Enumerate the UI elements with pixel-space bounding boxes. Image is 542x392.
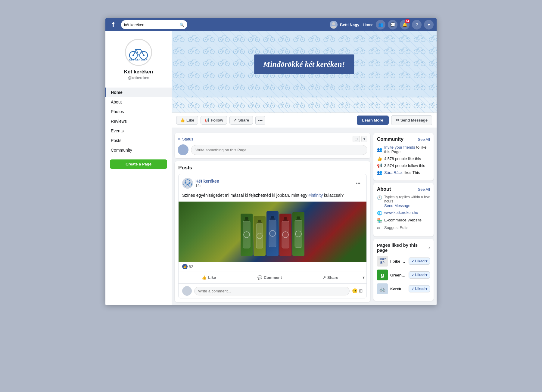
checkmark-icon-3: ✓	[411, 287, 414, 291]
pages-liked-chevron-icon[interactable]: ›	[428, 245, 430, 250]
about-website: 🌐 www.ketkereken.hu	[377, 210, 430, 215]
learn-more-button[interactable]: Learn More	[357, 116, 389, 125]
bottle-5	[292, 212, 304, 256]
send-message-label: Send Message	[400, 118, 428, 122]
liked-page-icon-1: I bikeBP	[377, 256, 388, 267]
status-label: Status	[182, 137, 193, 141]
post-avatar	[182, 178, 193, 189]
like-reaction-icon: 👍	[182, 264, 188, 269]
emoji-button[interactable]: 🙂	[352, 288, 358, 294]
liked-page-name-1[interactable]: I bike Bp	[390, 259, 406, 264]
friends-icon-btn[interactable]: 👥	[376, 20, 385, 29]
liked-button-1[interactable]: ✓ Liked ▾	[409, 258, 430, 265]
liked-label-1: Liked	[415, 259, 425, 263]
search-input[interactable]: két keréken	[124, 23, 178, 27]
liked-button-3[interactable]: ✓ Liked ▾	[409, 285, 430, 292]
website-link[interactable]: www.ketkereken.hu	[384, 210, 418, 215]
post-comment-button[interactable]: 💬 Comment	[239, 273, 300, 282]
right-sidebar: Community See All 👥 Invite your friends …	[373, 133, 434, 302]
liked-page-item-2: g Greendex ✓ Liked ▾	[377, 270, 430, 280]
svg-rect-38	[296, 219, 301, 220]
facebook-navbar: f két keréken 🔍 Betti Nagy Home 👥 💬 🔔 14	[105, 18, 437, 31]
invite-link[interactable]: Invite your friends	[384, 145, 415, 150]
share-button[interactable]: ↗ Share	[229, 116, 253, 125]
sidebar-item-home[interactable]: Home	[105, 88, 172, 97]
post-action-dropdown[interactable]: ▾	[361, 273, 366, 282]
svg-rect-39	[295, 220, 302, 247]
gif-button[interactable]: ⊞	[359, 288, 363, 294]
suggest-edits-link[interactable]: Suggest Edits	[384, 225, 408, 230]
create-page-button[interactable]: Create a Page	[110, 159, 167, 169]
dropdown-icon-1: ▾	[425, 259, 427, 263]
svg-rect-29	[269, 220, 276, 247]
liked-page-name-2[interactable]: Greendex	[390, 273, 406, 277]
search-bar[interactable]: két keréken 🔍	[121, 20, 187, 29]
post-text: Színes egyéniségedet mi mással ki fejezh…	[179, 192, 366, 202]
help-icon: ?	[416, 22, 418, 27]
dropdown-icon-btn[interactable]: ▾	[424, 20, 434, 29]
notifications-icon-btn[interactable]: 🔔 14	[400, 20, 410, 29]
status-avatar	[178, 144, 188, 155]
liked-page-info-2: Greendex	[390, 273, 406, 277]
messenger-icon-btn[interactable]: 💬	[388, 20, 397, 29]
like-label: Like	[186, 118, 194, 122]
about-response-text: Typically replies within a few hours Sen…	[384, 195, 430, 208]
nav-home-link[interactable]: Home	[363, 23, 373, 27]
help-icon-btn[interactable]: ?	[412, 20, 422, 29]
cover-photo: Mindörökké két keréken!	[172, 31, 437, 97]
sidebar-item-posts[interactable]: Posts	[105, 136, 172, 145]
left-sidebar: KÉT KERÉKEN Két keréken @ketkereken Home…	[105, 31, 172, 305]
bottle-4	[279, 214, 291, 256]
comment-input[interactable]	[194, 287, 350, 295]
dropdown-icon-2: ▾	[425, 273, 427, 277]
post-author-name[interactable]: Két keréken	[195, 179, 219, 184]
post-like-button[interactable]: 👍 Like	[179, 273, 239, 282]
post-time: 14m	[195, 184, 219, 188]
liked-page-name-3[interactable]: Kerékpárosklub	[390, 287, 406, 291]
status-close-btn[interactable]: ▾	[361, 136, 367, 142]
community-see-all[interactable]: See All	[418, 137, 430, 142]
category-text: E-commerce Website	[384, 218, 422, 222]
status-input-row	[178, 144, 367, 155]
status-expand-btn[interactable]: ⊡	[353, 136, 360, 142]
hashtag-link[interactable]: #infinity	[308, 193, 322, 198]
follow-button[interactable]: 📢 Follow	[201, 116, 227, 125]
svg-point-0	[332, 22, 335, 25]
like-button[interactable]: 👍 Like	[176, 116, 198, 125]
liked-label-3: Liked	[415, 287, 425, 291]
chevron-down-icon: ▾	[428, 22, 430, 27]
svg-rect-28	[270, 218, 275, 220]
svg-rect-19	[243, 221, 250, 248]
status-box-header: ✏ Status ⊡ ▾	[178, 136, 367, 142]
pencil-icon: ✏	[377, 226, 382, 230]
bottle-2	[254, 216, 266, 256]
sidebar-item-photos[interactable]: Photos	[105, 107, 172, 116]
page-layout: KÉT KERÉKEN Két keréken @ketkereken Home…	[105, 31, 437, 305]
invite-text[interactable]: Invite your friends to like this Page	[384, 145, 430, 154]
about-see-all[interactable]: See All	[418, 187, 430, 192]
main-content: Mindörökké két keréken!	[172, 31, 437, 305]
post-share-label: Share	[327, 275, 338, 280]
liked-page-icon-3: 🚲	[377, 283, 388, 294]
messenger-icon: 💬	[390, 22, 395, 27]
sidebar-item-reviews[interactable]: Reviews	[105, 116, 172, 126]
svg-rect-18	[244, 220, 249, 221]
post-like-icon: 👍	[202, 275, 207, 280]
dropdown-icon-3: ▾	[425, 287, 427, 291]
search-icon: 🔍	[179, 23, 184, 27]
status-input[interactable]	[191, 145, 367, 155]
send-message-link[interactable]: Send Message	[384, 203, 430, 208]
nav-user-name: Betti Nagy	[340, 23, 359, 27]
sidebar-item-about[interactable]: About	[105, 97, 172, 107]
post-menu-button[interactable]: •••	[354, 180, 363, 187]
send-message-button[interactable]: ✉ Send Message	[391, 115, 432, 125]
sidebar-item-events[interactable]: Events	[105, 126, 172, 136]
sidebar-item-community[interactable]: Community	[105, 145, 172, 155]
post-share-button[interactable]: ↗ Share	[300, 273, 361, 282]
more-options-button[interactable]: •••	[255, 116, 265, 125]
liked-button-2[interactable]: ✓ Liked ▾	[409, 271, 430, 279]
checkmark-icon-1: ✓	[411, 259, 414, 263]
svg-rect-22	[258, 220, 261, 222]
friend-name-link[interactable]: Sára Rácz	[384, 170, 403, 175]
checkmark-icon-2: ✓	[411, 273, 414, 277]
